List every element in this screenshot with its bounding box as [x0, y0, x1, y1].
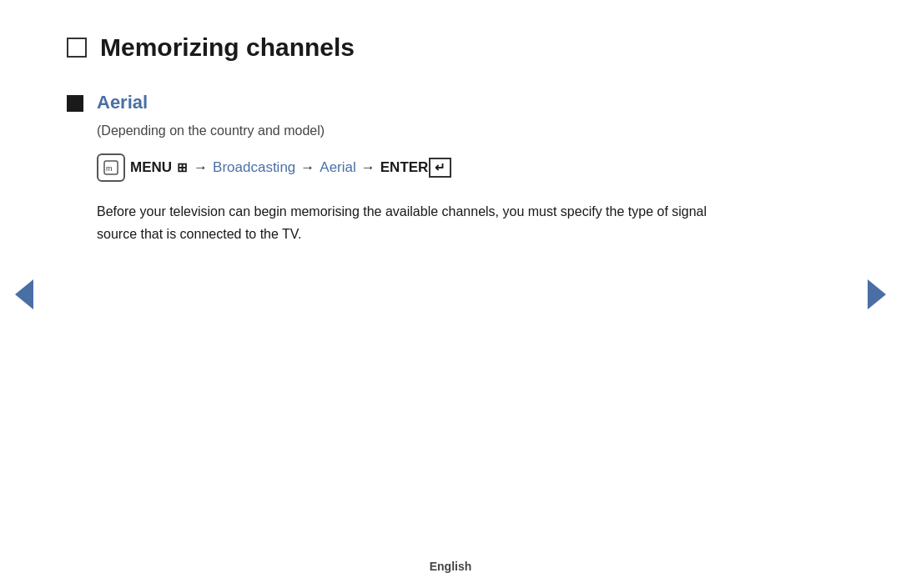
main-content: Memorizing channels Aerial (Depending on… [0, 0, 801, 279]
aerial-link: Aerial [320, 159, 355, 176]
svg-text:m: m [106, 164, 113, 173]
section-bullet [67, 95, 83, 112]
arrow-3: → [361, 159, 375, 176]
arrow-1: → [194, 159, 208, 176]
checkbox-icon [67, 38, 87, 58]
section-subtitle: (Depending on the country and model) [97, 123, 734, 138]
enter-box: ↵ [429, 158, 451, 178]
menu-keyword: MENU [130, 159, 172, 176]
section-description: Before your television can begin memoris… [97, 200, 734, 245]
broadcasting-link: Broadcasting [213, 159, 295, 176]
enter-label: ENTER↵ [380, 158, 452, 178]
page-title-row: Memorizing channels [67, 33, 734, 62]
menu-grid-icon: ⊞ [177, 160, 189, 175]
section-header-row: Aerial [67, 92, 734, 113]
nav-left-button[interactable] [15, 279, 33, 309]
page-title: Memorizing channels [100, 33, 355, 62]
arrow-2: → [300, 159, 315, 176]
menu-icon: m [97, 153, 125, 182]
section-title: Aerial [97, 92, 148, 113]
nav-right-button[interactable] [868, 279, 886, 309]
footer-language: English [430, 560, 472, 573]
enter-text: ENTER [380, 159, 429, 176]
menu-path: m MENU ⊞ → Broadcasting → Aerial → ENTER… [97, 153, 734, 182]
